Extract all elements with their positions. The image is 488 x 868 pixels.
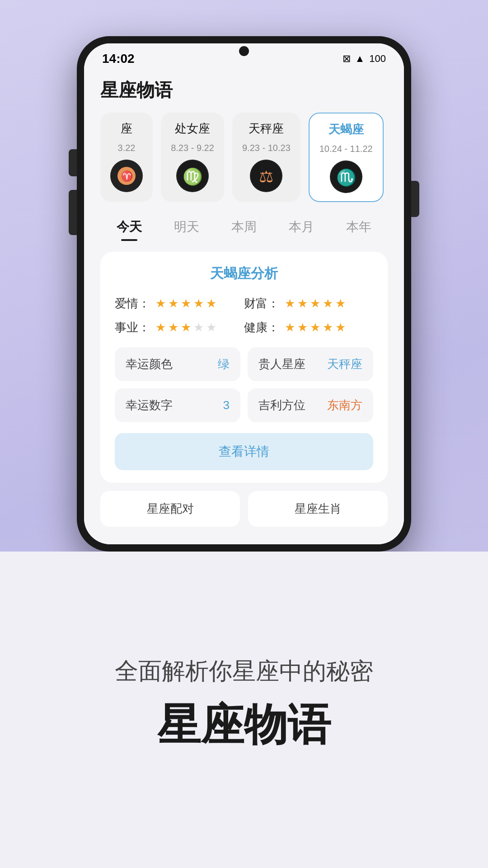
phone-screen: 14:02 ⊠ ▲ 100 星座物语 座 3.22 — [84, 43, 404, 544]
analysis-title: 天蝎座分析 — [115, 264, 373, 283]
star: ★ — [206, 297, 216, 311]
info-lucky-color: 幸运颜色 绿 — [115, 347, 240, 381]
star: ★ — [285, 321, 295, 335]
analysis-card: 天蝎座分析 爱情： ★ ★ ★ ★ ★ — [100, 252, 388, 483]
star: ★ — [310, 321, 320, 335]
love-label: 爱情： — [115, 296, 150, 311]
nav-zodiac-animal[interactable]: 星座生肖 — [248, 491, 388, 527]
career-stars: ★ ★ ★ ★ ★ — [155, 321, 216, 335]
status-time: 14:02 — [102, 52, 135, 66]
wealth-stars: ★ ★ ★ ★ ★ — [285, 297, 346, 311]
zodiac-card-scorpio[interactable]: 天蝎座 10.24 - 11.22 ♏ — [309, 113, 384, 202]
rating-wealth: 财富： ★ ★ ★ ★ ★ — [244, 296, 373, 311]
zodiac-name-libra: 天秤座 — [249, 121, 284, 137]
volume-down-button — [69, 190, 77, 235]
wifi-icon: ▲ — [355, 53, 365, 65]
bottom-nav: 星座配对 星座生肖 — [100, 491, 388, 535]
star: ★ — [335, 297, 346, 311]
camera-notch — [239, 46, 249, 56]
lucky-color-label: 幸运颜色 — [126, 356, 173, 372]
app-content: 星座物语 座 3.22 ♈ — [84, 71, 404, 544]
nav-pairing[interactable]: 星座配对 — [100, 491, 240, 527]
star: ★ — [323, 321, 333, 335]
zodiac-name-virgo: 处女座 — [175, 121, 210, 137]
zodiac-card-libra[interactable]: 天秤座 9.23 - 10.23 ⚖ — [232, 113, 300, 202]
zodiac-icon-scorpio: ♏ — [330, 160, 362, 193]
star: ★ — [310, 297, 320, 311]
lucky-star-label: 贵人星座 — [258, 356, 305, 372]
lucky-star-value: 天秤座 — [327, 356, 362, 372]
bottom-section: 全面解析你星座中的秘密 星座物语 — [0, 552, 488, 868]
info-lucky-number: 幸运数字 3 — [115, 388, 240, 422]
tab-today[interactable]: 今天 — [109, 215, 149, 239]
app-header: 星座物语 — [84, 71, 404, 108]
star: ★ — [335, 321, 346, 335]
zodiac-scroll: 座 3.22 ♈ 处女座 8.23 - 9.22 — [84, 108, 404, 210]
zodiac-date-virgo: 8.23 - 9.22 — [171, 143, 214, 153]
signal-icon: ⊠ — [343, 53, 351, 65]
info-lucky-direction: 吉利方位 东南方 — [248, 388, 373, 422]
bottom-title: 星座物语 — [157, 696, 331, 755]
power-button — [411, 181, 419, 217]
health-stars: ★ ★ ★ ★ ★ — [285, 321, 346, 335]
star: ★ — [323, 297, 333, 311]
app-title: 星座物语 — [100, 78, 388, 103]
zodiac-card-partial[interactable]: 座 3.22 ♈ — [100, 113, 153, 202]
tab-month[interactable]: 本月 — [282, 215, 321, 239]
lucky-number-label: 幸运数字 — [126, 397, 173, 413]
status-icons: ⊠ ▲ 100 — [343, 53, 386, 65]
love-stars: ★ ★ ★ ★ ★ — [155, 297, 216, 311]
star: ★ — [193, 321, 204, 335]
star: ★ — [297, 321, 308, 335]
volume-up-button — [69, 149, 77, 176]
rating-grid: 爱情： ★ ★ ★ ★ ★ 财富： — [115, 296, 373, 335]
svg-text:♏: ♏ — [336, 168, 356, 187]
detail-button[interactable]: 查看详情 — [115, 433, 373, 470]
zodiac-card-virgo[interactable]: 处女座 8.23 - 9.22 ♍ — [161, 113, 224, 202]
svg-text:⚖: ⚖ — [259, 167, 273, 186]
tab-tomorrow[interactable]: 明天 — [167, 215, 206, 239]
star: ★ — [181, 297, 191, 311]
svg-text:♈: ♈ — [121, 170, 133, 182]
lucky-direction-label: 吉利方位 — [258, 397, 305, 413]
rating-career: 事业： ★ ★ ★ ★ ★ — [115, 320, 244, 335]
zodiac-date-scorpio: 10.24 - 11.22 — [319, 144, 373, 154]
star: ★ — [206, 321, 216, 335]
rating-love: 爱情： ★ ★ ★ ★ ★ — [115, 296, 244, 311]
zodiac-icon-libra: ⚖ — [250, 160, 282, 192]
zodiac-name-scorpio: 天蝎座 — [328, 122, 364, 137]
health-label: 健康： — [244, 320, 279, 335]
svg-text:♍: ♍ — [183, 167, 203, 186]
tab-year[interactable]: 本年 — [339, 215, 379, 239]
career-label: 事业： — [115, 320, 150, 335]
star: ★ — [297, 297, 308, 311]
info-lucky-star: 贵人星座 天秤座 — [248, 347, 373, 381]
star: ★ — [155, 321, 166, 335]
wealth-label: 财富： — [244, 296, 279, 311]
star: ★ — [285, 297, 295, 311]
zodiac-date-partial: 3.22 — [118, 143, 136, 153]
zodiac-name-partial: 座 — [121, 121, 132, 137]
zodiac-icon-virgo: ♍ — [176, 160, 209, 192]
phone-shell: 14:02 ⊠ ▲ 100 星座物语 座 3.22 — [77, 36, 411, 552]
zodiac-date-libra: 9.23 - 10.23 — [242, 143, 291, 153]
star: ★ — [193, 297, 204, 311]
time-tabs: 今天 明天 本周 本月 本年 — [84, 210, 404, 244]
star: ★ — [168, 297, 178, 311]
battery-icon: 100 — [369, 53, 386, 65]
rating-health: 健康： ★ ★ ★ ★ ★ — [244, 320, 373, 335]
star: ★ — [181, 321, 191, 335]
lucky-number-value: 3 — [223, 398, 230, 412]
star: ★ — [168, 321, 178, 335]
phone-container: 14:02 ⊠ ▲ 100 星座物语 座 3.22 — [77, 36, 411, 552]
tab-week[interactable]: 本周 — [224, 215, 264, 239]
star: ★ — [155, 297, 166, 311]
lucky-color-value: 绿 — [218, 356, 230, 372]
info-grid: 幸运颜色 绿 贵人星座 天秤座 幸运数字 3 吉利方位 — [115, 347, 373, 422]
lucky-direction-value: 东南方 — [327, 397, 362, 413]
bottom-subtitle: 全面解析你星座中的秘密 — [115, 656, 373, 687]
zodiac-icon-partial: ♈ — [110, 160, 143, 192]
